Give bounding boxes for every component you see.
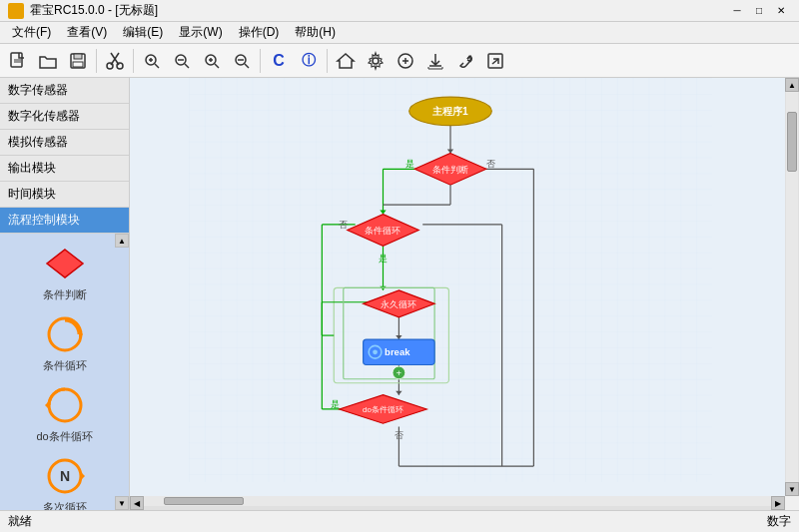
sidebar-scroll-up[interactable]: ▲ xyxy=(115,234,129,248)
settings-button[interactable] xyxy=(362,47,390,75)
svg-marker-24 xyxy=(338,54,354,68)
canvas-vscroll: ▲ ▼ xyxy=(785,78,799,496)
vscroll-up-btn[interactable]: ▲ xyxy=(785,78,799,92)
sidebar-item-flow-control[interactable]: 流程控制模块 xyxy=(0,208,129,234)
sidebar-item-analog-sensor[interactable]: 模拟传感器 xyxy=(0,130,129,156)
titlebar: 霍宝RC15.0.0 - [无标题] ─ □ ✕ xyxy=(0,0,799,22)
canvas[interactable]: 主程序1 条件判断 是 否 条件循环 否 是 xyxy=(130,78,785,496)
sidebar-scroll-down[interactable]: ▼ xyxy=(115,496,129,510)
svg-line-22 xyxy=(245,64,249,68)
sidebar-tools-panel: ▲ 条件判断 xyxy=(0,234,129,510)
svg-text:条件循环: 条件循环 xyxy=(366,226,401,236)
menu-file[interactable]: 文件(F) xyxy=(4,22,59,43)
add-circle-button[interactable] xyxy=(392,47,419,75)
menu-operation[interactable]: 操作(D) xyxy=(231,22,288,43)
svg-text:主程序1: 主程序1 xyxy=(432,106,468,117)
svg-marker-31 xyxy=(47,250,83,277)
svg-rect-4 xyxy=(74,54,82,59)
hscroll-thumb[interactable] xyxy=(164,497,244,505)
vscroll-down-btn[interactable]: ▼ xyxy=(785,482,799,496)
svg-text:是: 是 xyxy=(379,254,388,264)
hscroll-left-btn[interactable]: ◀ xyxy=(130,496,144,510)
window-title: 霍宝RC15.0.0 - [无标题] xyxy=(30,2,727,19)
svg-marker-35 xyxy=(45,401,49,409)
menu-view[interactable]: 查看(V) xyxy=(59,22,115,43)
canvas-scroll-area: 主程序1 条件判断 是 否 条件循环 否 是 xyxy=(130,78,799,496)
reset-c-button[interactable]: C xyxy=(265,47,293,75)
vscroll-thumb[interactable] xyxy=(787,112,797,172)
tool-condition-loop-label: 条件循环 xyxy=(43,358,87,373)
status-mode: 数字 xyxy=(767,513,791,530)
canvas-wrapper: 主程序1 条件判断 是 否 条件循环 否 是 xyxy=(130,78,799,510)
svg-text:否: 否 xyxy=(486,159,495,169)
sidebar: 数字传感器 数字化传感器 模拟传感器 输出模块 时间模块 流程控制模块 ▲ 条件… xyxy=(0,78,130,510)
menu-display[interactable]: 显示(W) xyxy=(171,22,230,43)
window-controls: ─ □ ✕ xyxy=(727,3,791,19)
multi-loop-icon: N xyxy=(43,454,87,498)
condition-icon xyxy=(43,242,87,285)
svg-text:否: 否 xyxy=(395,430,403,440)
sep3 xyxy=(260,49,261,73)
condition-loop-icon xyxy=(43,312,87,356)
zoom-in2-button[interactable] xyxy=(198,47,226,75)
sidebar-item-digital-sensor[interactable]: 数字传感器 xyxy=(0,78,129,104)
flowchart: 主程序1 条件判断 是 否 条件循环 否 是 xyxy=(130,78,771,482)
zoom-out1-button[interactable] xyxy=(168,47,196,75)
menubar: 文件(F) 查看(V) 编辑(E) 显示(W) 操作(D) 帮助(H) xyxy=(0,22,799,44)
zoom-in1-button[interactable] xyxy=(138,47,166,75)
menu-help[interactable]: 帮助(H) xyxy=(287,22,344,43)
hscroll-track xyxy=(144,496,771,506)
tool-multi-loop[interactable]: N 多次循环 xyxy=(10,450,120,510)
new-button[interactable] xyxy=(4,47,32,75)
svg-text:条件判断: 条件判断 xyxy=(432,165,468,175)
hscroll-right-btn[interactable]: ▶ xyxy=(771,496,785,510)
sidebar-item-output[interactable]: 输出模块 xyxy=(0,156,129,182)
svg-rect-5 xyxy=(73,62,83,67)
svg-point-32 xyxy=(49,318,81,350)
sidebar-item-time[interactable]: 时间模块 xyxy=(0,182,129,208)
svg-text:break: break xyxy=(385,346,410,357)
menu-edit[interactable]: 编辑(E) xyxy=(115,22,171,43)
sep1 xyxy=(96,49,97,73)
canvas-content: 主程序1 条件判断 是 否 条件循环 否 是 xyxy=(130,78,771,482)
svg-line-18 xyxy=(215,64,219,68)
tool-multi-loop-label: 多次循环 xyxy=(43,500,87,510)
info-button[interactable]: ⓘ xyxy=(295,47,323,75)
svg-line-15 xyxy=(185,64,189,68)
svg-text:是: 是 xyxy=(405,159,414,169)
svg-point-8 xyxy=(107,63,113,69)
download-button[interactable] xyxy=(421,47,449,75)
home-button[interactable] xyxy=(332,47,360,75)
app-icon xyxy=(8,3,24,19)
minimize-button[interactable]: ─ xyxy=(727,3,747,19)
sidebar-item-digital-sensor2[interactable]: 数字化传感器 xyxy=(0,104,129,130)
svg-point-25 xyxy=(373,58,379,64)
svg-point-84 xyxy=(373,349,378,354)
svg-point-9 xyxy=(117,63,123,69)
sidebar-tools: ▲ 条件判断 xyxy=(0,234,129,510)
sep4 xyxy=(327,49,328,73)
tool-condition-loop[interactable]: 条件循环 xyxy=(10,308,120,377)
cut-button[interactable] xyxy=(101,47,129,75)
tool-condition-label: 条件判断 xyxy=(43,287,87,302)
tool-condition[interactable]: 条件判断 xyxy=(10,238,120,306)
svg-text:永久循环: 永久循环 xyxy=(381,299,416,309)
tool-do-loop-label: do条件循环 xyxy=(36,429,92,444)
close-button[interactable]: ✕ xyxy=(771,3,791,19)
vscroll-track xyxy=(786,92,798,482)
link-button[interactable] xyxy=(451,47,479,75)
open-button[interactable] xyxy=(34,47,62,75)
sep2 xyxy=(133,49,134,73)
zoom-out2-button[interactable] xyxy=(228,47,256,75)
export-button[interactable] xyxy=(481,47,509,75)
save-button[interactable] xyxy=(64,47,92,75)
svg-text:是: 是 xyxy=(331,399,340,409)
toolbar: C ⓘ xyxy=(0,44,799,78)
maximize-button[interactable]: □ xyxy=(749,3,769,19)
status-ready: 就绪 xyxy=(8,513,767,530)
do-loop-icon xyxy=(43,383,87,427)
svg-marker-38 xyxy=(81,472,85,480)
tool-do-loop[interactable]: do条件循环 xyxy=(10,379,120,448)
svg-text:否: 否 xyxy=(339,220,348,230)
canvas-hscroll: ◀ ▶ xyxy=(130,496,785,510)
